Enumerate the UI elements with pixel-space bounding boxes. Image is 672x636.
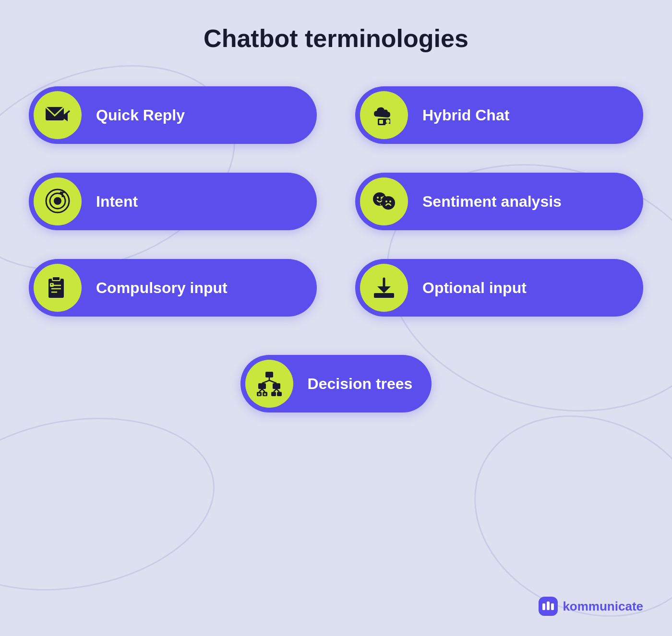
svg-point-11 bbox=[377, 197, 379, 199]
term-card-optional-input: Optional input bbox=[355, 259, 643, 317]
term-icon-bg-quick-reply bbox=[34, 91, 82, 139]
sentiment-icon bbox=[370, 188, 398, 215]
term-icon-bg-decision-trees bbox=[245, 360, 293, 408]
svg-line-32 bbox=[262, 389, 265, 392]
term-card-hybrid-chat: Hybrid Chat bbox=[355, 86, 643, 144]
svg-rect-38 bbox=[277, 392, 282, 396]
page-container: Chatbot terminologies Quick Reply bbox=[0, 0, 672, 636]
svg-line-28 bbox=[269, 380, 276, 383]
term-icon-bg-intent bbox=[34, 177, 82, 225]
optional-icon bbox=[370, 274, 398, 302]
compulsory-icon bbox=[44, 274, 72, 302]
svg-rect-23 bbox=[374, 293, 394, 298]
term-icon-bg-hybrid-chat bbox=[360, 91, 408, 139]
svg-rect-37 bbox=[271, 392, 276, 396]
svg-rect-2 bbox=[379, 120, 383, 124]
term-label-hybrid-chat: Hybrid Chat bbox=[422, 106, 509, 124]
term-card-quick-reply: Quick Reply bbox=[29, 86, 317, 144]
svg-rect-29 bbox=[258, 383, 266, 389]
svg-rect-30 bbox=[273, 383, 280, 389]
intent-icon bbox=[44, 188, 72, 215]
term-icon-bg-compulsory-input bbox=[34, 264, 82, 312]
svg-line-31 bbox=[259, 389, 262, 392]
svg-line-36 bbox=[276, 389, 279, 392]
hybrid-chat-icon bbox=[370, 101, 398, 129]
svg-point-14 bbox=[385, 200, 387, 202]
svg-rect-25 bbox=[265, 372, 273, 377]
svg-line-27 bbox=[262, 380, 269, 383]
term-label-quick-reply: Quick Reply bbox=[96, 106, 185, 124]
decision-icon bbox=[255, 370, 283, 398]
term-card-sentiment-analysis: Sentiment analysis bbox=[355, 173, 643, 230]
svg-rect-18 bbox=[52, 277, 60, 281]
term-card-intent: Intent bbox=[29, 173, 317, 230]
quick-reply-icon bbox=[44, 101, 72, 129]
term-label-optional-input: Optional input bbox=[422, 279, 527, 297]
term-label-sentiment-analysis: Sentiment analysis bbox=[422, 193, 562, 211]
term-card-decision-trees: Decision trees bbox=[240, 355, 432, 412]
term-label-decision-trees: Decision trees bbox=[308, 375, 413, 393]
term-icon-bg-sentiment-analysis bbox=[360, 177, 408, 225]
svg-point-15 bbox=[389, 200, 391, 202]
svg-point-3 bbox=[386, 119, 390, 123]
svg-point-6 bbox=[54, 197, 61, 205]
term-icon-bg-optional-input bbox=[360, 264, 408, 312]
terms-grid: Quick Reply Hybrid Chat bbox=[29, 86, 643, 412]
term-label-compulsory-input: Compulsory input bbox=[96, 279, 228, 297]
page-title: Chatbot terminologies bbox=[204, 24, 468, 53]
svg-point-13 bbox=[382, 196, 395, 210]
term-card-compulsory-input: Compulsory input bbox=[29, 259, 317, 317]
term-label-intent: Intent bbox=[96, 193, 138, 211]
svg-line-35 bbox=[274, 389, 276, 392]
